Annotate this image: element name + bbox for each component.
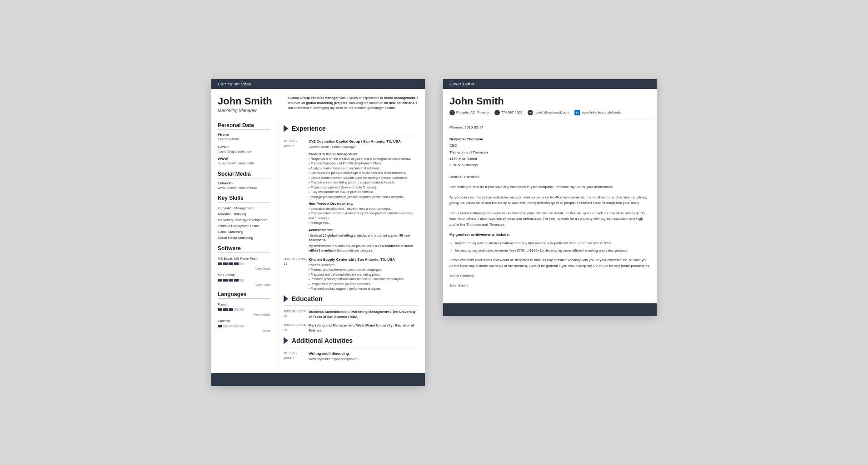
cv-intro-text: Global Group Product Manager with 7 year… [284,95,419,113]
cl-achievements-title: My greatest achievements include: [449,232,650,238]
recipient-name: Benjamin Thomson [449,137,483,141]
exp1-subsection2: New Product Development: [309,201,419,206]
software-2-bar [218,279,270,282]
exp2-bullets1: Planned and implemented promotional camp… [309,267,419,292]
bullet: Prepare communication plans to support n… [309,211,419,221]
intro-text3: , including the launch of [347,101,384,105]
cl-signature: John Smith [449,283,650,289]
cl-name-section: John Smith 📍 Phoenix, AZ, Phoenix 📞 774-… [443,89,657,119]
bullet: Innovation development - develop new pro… [309,207,419,212]
cl-body: Phoenix, 2016-05-17 Benjamin Thomson CEO… [443,119,657,294]
recipient-company: Thomson and Thomson [449,150,488,154]
exp1-subsection3: Achievements: [309,228,419,232]
cl-email-item: ✉ j.smith@uptowork.com [528,110,569,115]
dot [239,262,244,265]
intro-highlight4: 60 new collections [384,101,414,105]
phone-icon: 📞 [494,110,500,115]
dot [218,325,222,327]
linkedin-icon: in [574,110,580,115]
cl-footer [443,303,657,316]
bullet: Communicate product knowledge to custome… [309,171,419,176]
exp2-role: Product Manager [309,262,419,267]
skill-3: Marketing Strategy Development [218,217,270,223]
experience-entry-2: 2007-09 - 2010-11 Kitchen Supply Center … [284,257,419,292]
www-label: WWW [218,157,270,161]
bullet: Responsible for the creation of global b… [309,157,419,162]
education-entry-1: 2005-09 - 2007-05 Business Administratio… [284,309,419,320]
intro-highlight3: 10 global marketing projects [301,101,348,105]
dot [239,308,244,311]
exp1-subsection1: Product & Brand Management: [309,152,419,157]
software-2-label: Very Good [218,283,270,287]
edu2-date: 2000-10 - 2004-05 [284,323,309,333]
experience-title: Experience [292,125,326,132]
skill-5: E-mail Marketing [218,229,270,235]
cl-header-label: Cover Letter [449,82,475,86]
cl-location-item: 📍 Phoenix, AZ, Phoenix [449,110,489,115]
cl-phone-item: 📞 774-987-4009 [494,110,523,115]
act1-detail: www.mymarketingcampaigns.me [309,357,419,362]
cl-achievement-1: Implementing new customer relations stra… [449,241,650,246]
cv-name-left: John Smith Marketing Manager [218,95,284,113]
dot [229,262,233,265]
key-skills-title: Key Skills [218,195,270,203]
linkedin-value: www.linkedin.com/johnutw [218,186,270,191]
linkedin-label: Linkedin [218,181,270,185]
email-value: j.smith@uptowork.com [218,149,270,154]
software-2-name: Mail Chimp [218,272,270,278]
email-label: E-mail [218,145,270,149]
language-1-bar [218,308,270,311]
bullet: Project management (teams of up to 5 peo… [309,185,419,190]
exp1-bullets1: Responsible for the creation of global b… [309,157,419,200]
dot [234,308,239,311]
dot [229,308,233,311]
dot [223,262,228,265]
exp1-date: 2010-12 - present [284,139,309,253]
www-value: cv.uptowork.com/j.smith [218,161,270,166]
dot [218,279,222,282]
recipient-city: IL 60605 Chicago [449,163,478,167]
dot [218,308,222,311]
edu2-degree: Marketing and Management / West Miami Un… [309,323,414,332]
recipient-title: CEO [449,143,457,148]
cl-header-bar: Cover Letter [443,79,657,89]
cv-name-section: John Smith Marketing Manager Global Grou… [211,89,425,118]
bullet: Manage product portfolio (product segmen… [309,195,419,200]
exp1-bullets2: Innovation development - develop new pro… [309,207,419,226]
software-title: Software [218,245,270,253]
language-2-label: Basic [218,329,270,332]
personal-data-title: Personal Data [218,122,270,130]
location-icon: 📍 [449,110,455,115]
edu2-content: Marketing and Management / West Miami Un… [309,323,419,333]
languages-title: Languages [218,291,270,299]
skill-6: Social Media Marketing [218,235,270,241]
act1-date: 2012-01 - present [284,351,309,362]
bullet: Prepared and delivered effective marketi… [309,272,419,277]
bullet: Prepare Category and Portfolio Deploymen… [309,161,419,166]
experience-header: Experience [284,125,419,132]
cl-paragraph4: I have excellent references and would be… [449,257,650,269]
education-entry-2: 2000-10 - 2004-05 Marketing and Manageme… [284,323,419,333]
exp1-company: XYZ Cosmetics Capital Group / San Antoni… [309,139,419,144]
cl-paragraph2: As you can see, I have had extensive vac… [449,195,650,206]
cv-job-title: Marketing Manager [218,108,284,113]
edu1-degree: Business Administration / Marketing Mana… [309,310,416,319]
cv-header-bar: Curriculum Vitae [211,79,425,89]
education-header: Education [284,295,419,302]
exp1-achievement2: My involvement in a stock sell-off proje… [309,244,419,253]
email-icon: ✉ [528,110,533,115]
language-1-label: Intermediate [218,313,270,316]
cl-paragraph3: I am a conscientious person who works ha… [449,211,650,228]
phone-label: Phone [218,133,270,137]
edu1-content: Business Administration / Marketing Mana… [309,309,419,320]
bullet: Fully responsible for P&L of product por… [309,190,419,195]
software-1-name: MS Excel, MS PowerPoint [218,256,270,262]
cl-contact-row: 📍 Phoenix, AZ, Phoenix 📞 774-987-4009 ✉ … [449,110,650,115]
dot [229,325,233,327]
cl-date: Phoenix, 2016-05-17 [449,125,650,131]
bullet: Prepared product segment performance ana… [309,287,419,292]
activities-title: Additional Activities [292,337,353,344]
cv-body: Personal Data Phone 774-987-4009 E-mail … [211,118,425,369]
education-divider [284,305,419,306]
intro-highlight2: brand management [384,96,415,100]
